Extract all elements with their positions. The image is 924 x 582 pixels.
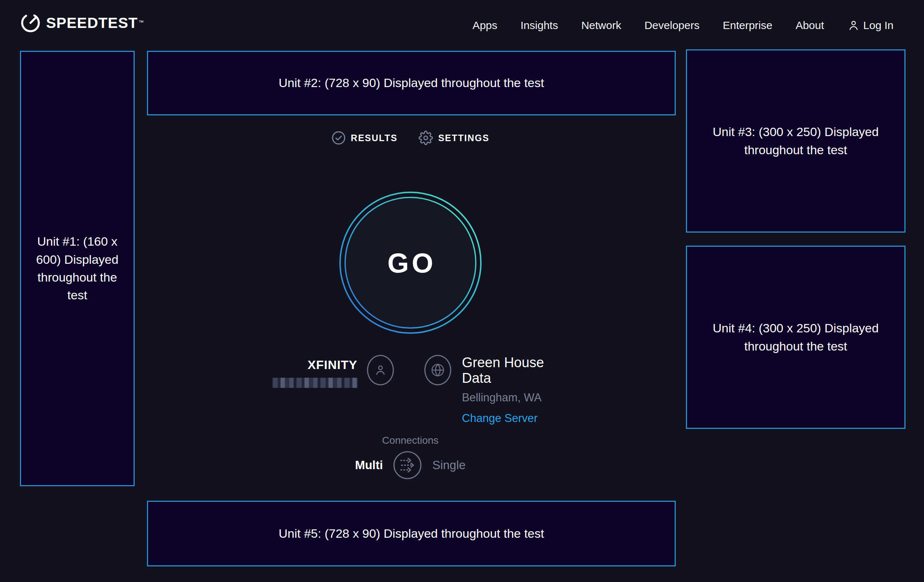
ad-unit-4-text: Unit #4: (300 x 250) Displayed throughou…: [701, 319, 890, 355]
server-info: Green House Data Bellingham, WA Change S…: [462, 355, 548, 425]
tab-settings[interactable]: SETTINGS: [419, 130, 489, 145]
main-content: RESULTS SETTINGS GO: [135, 0, 686, 582]
ad-unit-1-text: Unit #1: (160 x 600) Displayed throughou…: [26, 232, 129, 304]
ad-unit-3-text: Unit #3: (300 x 250) Displayed throughou…: [701, 123, 890, 159]
ad-unit-1-skyscraper[interactable]: Unit #1: (160 x 600) Displayed throughou…: [20, 51, 135, 486]
speedtest-gauge-icon: [20, 12, 41, 33]
login-label: Log In: [863, 19, 894, 31]
speedtest-logo[interactable]: SPEEDTEST™: [20, 12, 143, 33]
check-circle-icon: [332, 130, 346, 145]
server-globe[interactable]: [424, 355, 451, 385]
tab-settings-label: SETTINGS: [438, 133, 489, 143]
ad-unit-3-rectangle[interactable]: Unit #3: (300 x 250) Displayed throughou…: [686, 49, 906, 232]
connections-toggle: Multi Single: [355, 450, 465, 480]
tab-results-label: RESULTS: [351, 133, 398, 143]
connections-option-multi[interactable]: Multi: [355, 458, 383, 472]
tab-results[interactable]: RESULTS: [332, 130, 398, 145]
user-circle-icon: [373, 363, 387, 377]
isp-name: XFINITY: [272, 358, 358, 372]
isp-info: XFINITY: [272, 358, 358, 388]
gear-icon: [419, 130, 433, 145]
go-button-label: GO: [338, 190, 483, 335]
view-tabs: RESULTS SETTINGS: [332, 130, 490, 145]
user-icon: [847, 19, 860, 31]
server-location: Bellingham, WA: [462, 391, 548, 404]
server-name: Green House Data: [462, 355, 548, 386]
logo-text: SPEEDTEST: [46, 15, 138, 31]
multi-arrows-icon[interactable]: [392, 450, 423, 480]
globe-icon: [431, 363, 445, 377]
ad-unit-4-rectangle[interactable]: Unit #4: (300 x 250) Displayed throughou…: [686, 246, 906, 429]
go-button[interactable]: GO: [338, 190, 483, 335]
isp-avatar[interactable]: [367, 355, 394, 385]
nav-item-enterprise[interactable]: Enterprise: [723, 19, 772, 31]
connections-option-single[interactable]: Single: [432, 458, 465, 472]
change-server-link[interactable]: Change Server: [462, 412, 548, 425]
connections-label: Connections: [382, 435, 439, 446]
login-button[interactable]: Log In: [847, 19, 894, 31]
nav-item-about[interactable]: About: [795, 19, 824, 31]
isp-details-redacted: [272, 378, 358, 388]
connection-info: XFINITY Green House Data Be: [272, 355, 548, 425]
